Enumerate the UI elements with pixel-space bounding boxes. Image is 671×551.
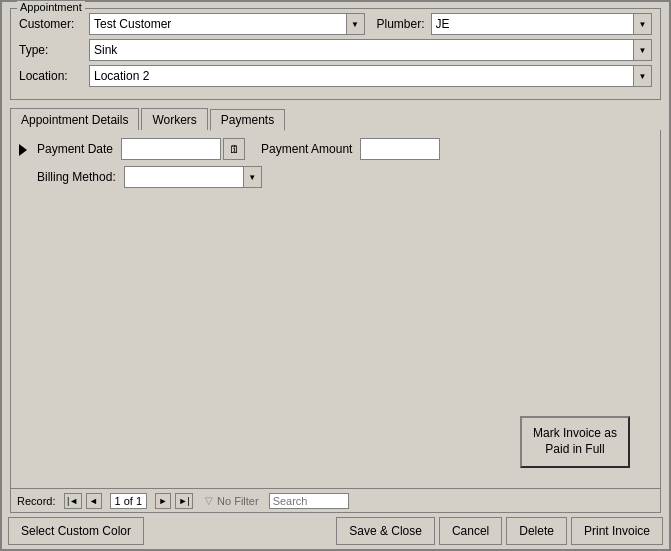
billing-method-input[interactable] (124, 166, 244, 188)
chevron-down-icon: ▼ (639, 72, 647, 81)
location-dropdown-btn[interactable]: ▼ (634, 65, 652, 87)
payment-date-input[interactable] (121, 138, 221, 160)
nav-prev-button[interactable]: ◄ (86, 493, 102, 509)
customer-label: Customer: (19, 17, 89, 31)
cancel-button[interactable]: Cancel (439, 517, 502, 545)
chevron-down-icon: ▼ (639, 46, 647, 55)
customer-input[interactable] (89, 13, 347, 35)
plumber-label: Plumber: (377, 17, 425, 31)
plumber-dropdown-btn[interactable]: ▼ (634, 13, 652, 35)
chevron-down-icon: ▼ (248, 173, 256, 182)
filter-icon: ▽ (205, 495, 213, 506)
chevron-down-icon: ▼ (639, 20, 647, 29)
calendar-icon: 🗓 (229, 143, 240, 155)
customer-field-wrap: ▼ (89, 13, 365, 35)
customer-row: Customer: ▼ Plumber: ▼ (19, 13, 652, 35)
calendar-button[interactable]: 🗓 (223, 138, 245, 160)
billing-method-label: Billing Method: (37, 170, 116, 184)
plumber-field-wrap: ▼ (431, 13, 652, 35)
type-label: Type: (19, 43, 89, 57)
type-input[interactable] (89, 39, 634, 61)
nav-last-button[interactable]: ►| (175, 493, 193, 509)
nav-next-button[interactable]: ► (155, 493, 171, 509)
type-row: Type: ▼ (19, 39, 652, 61)
plumber-input[interactable] (431, 13, 634, 35)
save-close-button[interactable]: Save & Close (336, 517, 435, 545)
type-field-wrap: ▼ (89, 39, 652, 61)
tabs-header: Appointment Details Workers Payments (10, 108, 661, 130)
customer-dropdown-btn[interactable]: ▼ (347, 13, 365, 35)
payment-date-row: Payment Date 🗓 Payment Amount (37, 138, 652, 160)
record-arrow-indicator (19, 144, 27, 156)
type-dropdown-btn[interactable]: ▼ (634, 39, 652, 61)
mark-invoice-paid-button[interactable]: Mark Invoice as Paid in Full (520, 416, 630, 468)
tab-workers[interactable]: Workers (141, 108, 207, 130)
payment-amount-label: Payment Amount (261, 142, 352, 156)
appointment-group: Appointment Customer: ▼ Plumber: ▼ (10, 8, 661, 100)
tabs-container: Appointment Details Workers Payments (10, 108, 661, 130)
tab-payments[interactable]: Payments (210, 109, 285, 131)
tab-content: Payment Date 🗓 Payment Amount Billing Me… (10, 130, 661, 489)
select-custom-color-button[interactable]: Select Custom Color (8, 517, 144, 545)
payment-date-label: Payment Date (37, 142, 113, 156)
group-label: Appointment (17, 1, 85, 13)
record-nav-bar: Record: |◄ ◄ 1 of 1 ► ►| ▽ No Filter (10, 489, 661, 513)
nav-first-button[interactable]: |◄ (64, 493, 82, 509)
plumber-section: Plumber: ▼ (377, 13, 653, 35)
print-invoice-button[interactable]: Print Invoice (571, 517, 663, 545)
bottom-toolbar: Select Custom Color Save & Close Cancel … (2, 513, 669, 549)
record-count: 1 of 1 (110, 493, 148, 509)
billing-method-wrap: ▼ (124, 166, 262, 188)
arrow-icon (19, 144, 27, 156)
billing-method-row: Billing Method: ▼ (37, 166, 652, 188)
payment-amount-input[interactable] (360, 138, 440, 160)
main-window: Appointment Customer: ▼ Plumber: ▼ (0, 0, 671, 551)
filter-section: ▽ No Filter (205, 495, 259, 507)
no-filter-label: No Filter (217, 495, 259, 507)
tab-appointment-details[interactable]: Appointment Details (10, 108, 139, 130)
billing-method-dropdown-btn[interactable]: ▼ (244, 166, 262, 188)
delete-button[interactable]: Delete (506, 517, 567, 545)
search-input[interactable] (269, 493, 349, 509)
location-field-wrap: ▼ (89, 65, 652, 87)
chevron-down-icon: ▼ (351, 20, 359, 29)
location-input[interactable] (89, 65, 634, 87)
record-label: Record: (17, 495, 56, 507)
location-row: Location: ▼ (19, 65, 652, 87)
location-label: Location: (19, 69, 89, 83)
